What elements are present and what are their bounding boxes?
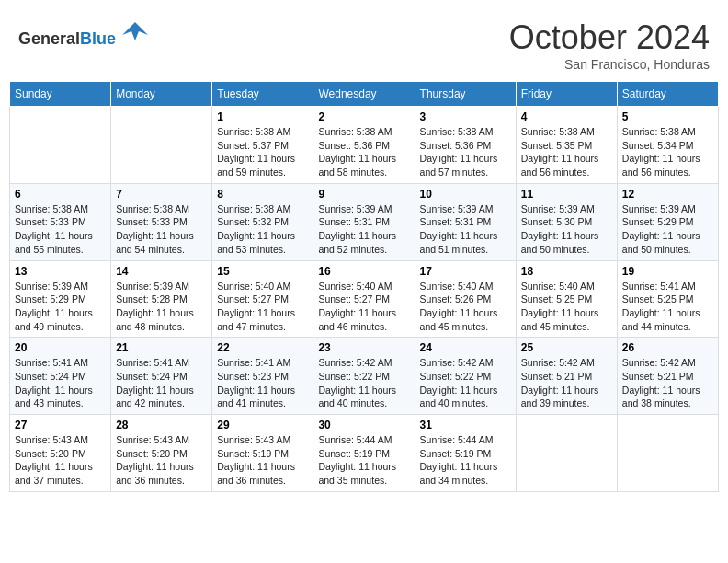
calendar-cell: 5Sunrise: 5:38 AM Sunset: 5:34 PM Daylig… — [617, 107, 718, 184]
calendar-cell: 14Sunrise: 5:39 AM Sunset: 5:28 PM Dayli… — [111, 260, 212, 338]
weekday-header: Saturday — [617, 82, 718, 107]
calendar-week-row: 13Sunrise: 5:39 AM Sunset: 5:29 PM Dayli… — [10, 260, 719, 338]
cell-content: Sunrise: 5:39 AM Sunset: 5:31 PM Dayligh… — [420, 202, 511, 257]
calendar-cell: 19Sunrise: 5:41 AM Sunset: 5:25 PM Dayli… — [617, 260, 718, 338]
calendar-cell: 2Sunrise: 5:38 AM Sunset: 5:36 PM Daylig… — [313, 107, 415, 184]
cell-content: Sunrise: 5:38 AM Sunset: 5:34 PM Dayligh… — [622, 125, 713, 179]
day-number: 16 — [318, 265, 409, 278]
calendar-week-row: 6Sunrise: 5:38 AM Sunset: 5:33 PM Daylig… — [10, 183, 719, 260]
weekday-header: Monday — [111, 82, 212, 107]
cell-content: Sunrise: 5:42 AM Sunset: 5:22 PM Dayligh… — [318, 356, 409, 410]
calendar-week-row: 1Sunrise: 5:38 AM Sunset: 5:37 PM Daylig… — [10, 107, 719, 184]
cell-content: Sunrise: 5:41 AM Sunset: 5:24 PM Dayligh… — [116, 356, 207, 410]
calendar-cell — [516, 415, 617, 492]
logo-bird-icon — [122, 18, 148, 44]
calendar-cell — [111, 107, 212, 184]
day-number: 3 — [420, 110, 511, 123]
cell-content: Sunrise: 5:40 AM Sunset: 5:26 PM Dayligh… — [420, 280, 511, 334]
day-number: 6 — [15, 188, 106, 201]
calendar-cell: 21Sunrise: 5:41 AM Sunset: 5:24 PM Dayli… — [111, 338, 212, 415]
cell-content: Sunrise: 5:41 AM Sunset: 5:25 PM Dayligh… — [622, 280, 713, 334]
calendar-cell: 30Sunrise: 5:44 AM Sunset: 5:19 PM Dayli… — [313, 415, 415, 492]
logo-general-text: General — [18, 29, 80, 48]
cell-content: Sunrise: 5:39 AM Sunset: 5:29 PM Dayligh… — [15, 280, 106, 334]
calendar-cell — [617, 415, 718, 492]
calendar-cell: 29Sunrise: 5:43 AM Sunset: 5:19 PM Dayli… — [212, 415, 313, 492]
calendar-cell: 4Sunrise: 5:38 AM Sunset: 5:35 PM Daylig… — [516, 107, 617, 184]
cell-content: Sunrise: 5:39 AM Sunset: 5:31 PM Dayligh… — [318, 202, 409, 257]
cell-content: Sunrise: 5:38 AM Sunset: 5:36 PM Dayligh… — [420, 125, 511, 179]
weekday-header: Wednesday — [313, 82, 415, 107]
cell-content: Sunrise: 5:40 AM Sunset: 5:25 PM Dayligh… — [521, 280, 612, 334]
calendar-week-row: 20Sunrise: 5:41 AM Sunset: 5:24 PM Dayli… — [10, 338, 719, 415]
day-number: 12 — [622, 188, 713, 201]
cell-content: Sunrise: 5:43 AM Sunset: 5:20 PM Dayligh… — [15, 433, 106, 488]
calendar-cell: 18Sunrise: 5:40 AM Sunset: 5:25 PM Dayli… — [516, 260, 617, 338]
calendar-cell: 22Sunrise: 5:41 AM Sunset: 5:23 PM Dayli… — [212, 338, 313, 415]
cell-content: Sunrise: 5:39 AM Sunset: 5:30 PM Dayligh… — [521, 202, 612, 257]
day-number: 8 — [217, 188, 308, 201]
calendar-cell: 8Sunrise: 5:38 AM Sunset: 5:32 PM Daylig… — [212, 183, 313, 260]
cell-content: Sunrise: 5:42 AM Sunset: 5:21 PM Dayligh… — [521, 356, 612, 410]
calendar-cell: 27Sunrise: 5:43 AM Sunset: 5:20 PM Dayli… — [10, 415, 111, 492]
day-number: 23 — [318, 341, 409, 354]
cell-content: Sunrise: 5:38 AM Sunset: 5:32 PM Dayligh… — [217, 202, 308, 257]
calendar-cell: 26Sunrise: 5:42 AM Sunset: 5:21 PM Dayli… — [617, 338, 718, 415]
cell-content: Sunrise: 5:38 AM Sunset: 5:35 PM Dayligh… — [521, 125, 612, 179]
day-number: 27 — [15, 419, 106, 431]
day-number: 21 — [116, 341, 207, 354]
calendar-cell — [10, 107, 111, 184]
day-number: 13 — [15, 265, 106, 278]
cell-content: Sunrise: 5:38 AM Sunset: 5:33 PM Dayligh… — [15, 202, 106, 257]
month-title: October 2024 — [509, 18, 710, 57]
day-number: 30 — [318, 419, 409, 431]
day-number: 17 — [420, 265, 511, 278]
day-number: 19 — [622, 265, 713, 278]
calendar-cell: 10Sunrise: 5:39 AM Sunset: 5:31 PM Dayli… — [415, 183, 516, 260]
day-number: 24 — [420, 341, 511, 354]
day-number: 31 — [420, 419, 511, 431]
cell-content: Sunrise: 5:41 AM Sunset: 5:24 PM Dayligh… — [15, 356, 106, 410]
calendar-cell: 25Sunrise: 5:42 AM Sunset: 5:21 PM Dayli… — [516, 338, 617, 415]
cell-content: Sunrise: 5:39 AM Sunset: 5:28 PM Dayligh… — [116, 280, 207, 334]
day-number: 29 — [217, 419, 308, 431]
calendar-cell: 23Sunrise: 5:42 AM Sunset: 5:22 PM Dayli… — [313, 338, 415, 415]
cell-content: Sunrise: 5:42 AM Sunset: 5:22 PM Dayligh… — [420, 356, 511, 410]
calendar-cell: 1Sunrise: 5:38 AM Sunset: 5:37 PM Daylig… — [212, 107, 313, 184]
cell-content: Sunrise: 5:43 AM Sunset: 5:19 PM Dayligh… — [217, 433, 308, 488]
day-number: 22 — [217, 341, 308, 354]
calendar-cell: 31Sunrise: 5:44 AM Sunset: 5:19 PM Dayli… — [415, 415, 516, 492]
day-number: 2 — [318, 110, 409, 123]
cell-content: Sunrise: 5:39 AM Sunset: 5:29 PM Dayligh… — [622, 202, 713, 257]
day-number: 18 — [521, 265, 612, 278]
calendar-cell: 11Sunrise: 5:39 AM Sunset: 5:30 PM Dayli… — [516, 183, 617, 260]
page-header: GeneralBlue October 2024 San Francisco, … — [9, 9, 719, 76]
logo-blue-text: Blue — [80, 29, 116, 48]
day-number: 15 — [217, 265, 308, 278]
cell-content: Sunrise: 5:40 AM Sunset: 5:27 PM Dayligh… — [318, 280, 409, 334]
cell-content: Sunrise: 5:38 AM Sunset: 5:36 PM Dayligh… — [318, 125, 409, 179]
calendar-cell: 9Sunrise: 5:39 AM Sunset: 5:31 PM Daylig… — [313, 183, 415, 260]
weekday-header: Thursday — [415, 82, 516, 107]
calendar-header-row: SundayMondayTuesdayWednesdayThursdayFrid… — [10, 82, 719, 107]
day-number: 25 — [521, 341, 612, 354]
calendar-cell: 17Sunrise: 5:40 AM Sunset: 5:26 PM Dayli… — [415, 260, 516, 338]
calendar-cell: 15Sunrise: 5:40 AM Sunset: 5:27 PM Dayli… — [212, 260, 313, 338]
day-number: 9 — [318, 188, 409, 201]
day-number: 11 — [521, 188, 612, 201]
cell-content: Sunrise: 5:44 AM Sunset: 5:19 PM Dayligh… — [420, 433, 511, 488]
title-block: October 2024 San Francisco, Honduras — [509, 18, 710, 72]
day-number: 4 — [521, 110, 612, 123]
cell-content: Sunrise: 5:38 AM Sunset: 5:37 PM Dayligh… — [217, 125, 308, 179]
day-number: 10 — [420, 188, 511, 201]
weekday-header: Sunday — [10, 82, 111, 107]
weekday-header: Friday — [516, 82, 617, 107]
calendar-cell: 28Sunrise: 5:43 AM Sunset: 5:20 PM Dayli… — [111, 415, 212, 492]
cell-content: Sunrise: 5:42 AM Sunset: 5:21 PM Dayligh… — [622, 356, 713, 410]
calendar-cell: 16Sunrise: 5:40 AM Sunset: 5:27 PM Dayli… — [313, 260, 415, 338]
calendar-table: SundayMondayTuesdayWednesdayThursdayFrid… — [9, 81, 719, 492]
logo: GeneralBlue — [18, 18, 148, 49]
cell-content: Sunrise: 5:38 AM Sunset: 5:33 PM Dayligh… — [116, 202, 207, 257]
day-number: 1 — [217, 110, 308, 123]
day-number: 28 — [116, 419, 207, 431]
